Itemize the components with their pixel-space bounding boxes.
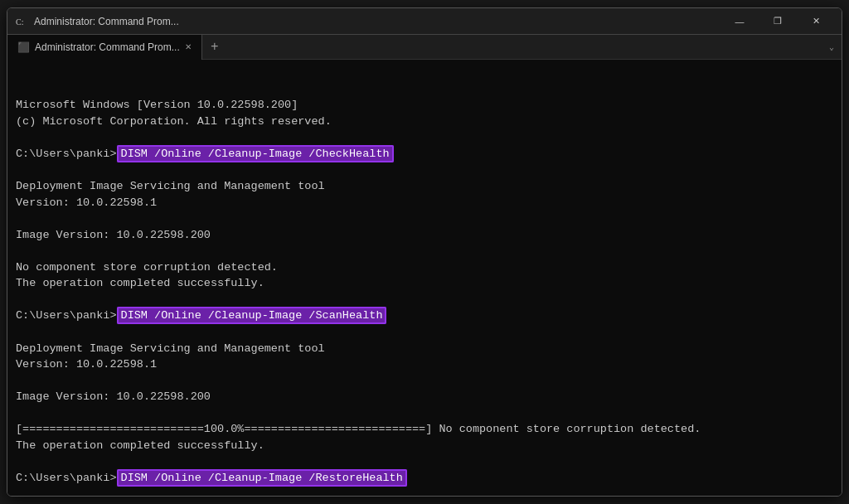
tab-close-icon[interactable]: ✕	[185, 42, 192, 51]
tab-dropdown-button[interactable]: ⌄	[822, 35, 842, 60]
console-text-line: Image Version: 10.0.22598.200	[16, 227, 833, 244]
console-empty-line	[16, 324, 833, 341]
console-empty-line	[16, 211, 833, 227]
console-text-line: Version: 10.0.22598.1	[16, 356, 833, 373]
console-cmd-line: C:\Users\panki>DISM /Online /Cleanup-Ima…	[16, 470, 833, 487]
maximize-button[interactable]: ❐	[759, 8, 797, 35]
window-controls: — ❐ ✕	[720, 8, 835, 35]
console-text-line: Image Version: 10.0.22598.200	[16, 389, 833, 405]
console-cmd-line: C:\Users\panki>DISM /Online /Cleanup-Ima…	[16, 308, 833, 324]
console-prompt: C:\Users\panki>	[16, 309, 117, 322]
console-text-line: No component store corruption detected.	[16, 259, 833, 276]
console-empty-line	[16, 373, 833, 390]
console-text-line: Deployment Image Servicing and Managemen…	[16, 341, 833, 357]
minimize-button[interactable]: —	[720, 8, 759, 35]
console-text-line: Deployment Image Servicing and Managemen…	[16, 178, 833, 195]
console-text-line: (c) Microsoft Corporation. All rights re…	[16, 114, 833, 130]
console-text-line: Version: 10.0.22598.1	[16, 195, 833, 211]
tab-bar: ⬛ Administrator: Command Prom... ✕ + ⌄	[7, 35, 842, 60]
console-prompt: C:\Users\panki>	[16, 472, 117, 484]
tab-icon: ⬛	[17, 41, 30, 53]
console-cmd-line: C:\Users\panki>DISM /Online /Cleanup-Ima…	[16, 146, 833, 162]
svg-text:C:: C:	[16, 17, 23, 27]
tab-label: Administrator: Command Prom...	[35, 41, 180, 53]
console-output[interactable]: Microsoft Windows [Version 10.0.22598.20…	[7, 60, 842, 496]
console-empty-line	[16, 487, 833, 496]
console-empty-line	[16, 129, 833, 146]
cmd-icon: C:	[14, 15, 27, 28]
console-text-line: The operation completed successfully.	[16, 275, 833, 292]
close-button[interactable]: ✕	[797, 8, 835, 35]
window-title: Administrator: Command Prom...	[34, 16, 720, 27]
console-command-highlight: DISM /Online /Cleanup-Image /CheckHealth	[117, 145, 394, 162]
console-text-line: Microsoft Windows [Version 10.0.22598.20…	[16, 97, 833, 114]
console-empty-line	[16, 454, 833, 471]
console-text-line: [===========================100.0%======…	[16, 421, 833, 438]
console-empty-line	[16, 162, 833, 178]
new-tab-button[interactable]: +	[202, 35, 227, 60]
console-command-highlight: DISM /Online /Cleanup-Image /ScanHealth	[117, 307, 387, 324]
console-empty-line	[16, 292, 833, 308]
tab-cmd[interactable]: ⬛ Administrator: Command Prom... ✕	[7, 35, 202, 60]
titlebar: C: Administrator: Command Prom... — ❐ ✕	[7, 8, 842, 35]
cmd-window: C: Administrator: Command Prom... — ❐ ✕ …	[7, 7, 842, 497]
console-empty-line	[16, 405, 833, 422]
console-empty-line	[16, 243, 833, 259]
console-command-highlight: DISM /Online /Cleanup-Image /RestoreHeal…	[117, 469, 407, 487]
console-text-line: The operation completed successfully.	[16, 438, 833, 454]
console-prompt: C:\Users\panki>	[16, 148, 117, 160]
